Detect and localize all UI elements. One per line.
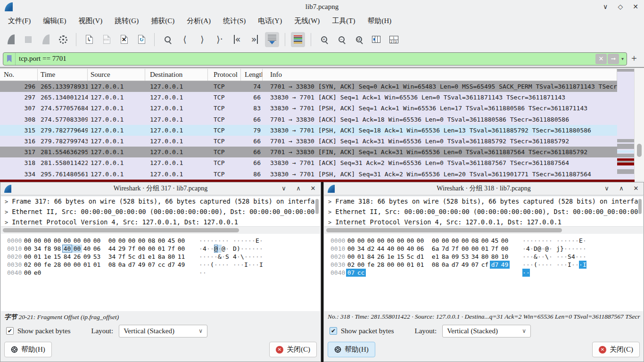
packet-list-minimap[interactable] (617, 69, 634, 180)
ascii-char[interactable]: · (206, 237, 210, 245)
hex-byte[interactable]: d2 (366, 245, 376, 253)
ascii-char[interactable]: I (568, 261, 571, 269)
ascii-char[interactable]: 4 (571, 253, 575, 261)
hex-byte[interactable]: 34 (470, 253, 480, 261)
ascii-char[interactable]: · (537, 237, 541, 245)
hex-byte[interactable]: 8a (157, 253, 166, 261)
hex-byte[interactable] (376, 269, 386, 277)
ascii-char[interactable]: · (537, 253, 541, 261)
ascii-char[interactable]: @ (545, 245, 549, 253)
ascii-char[interactable]: S (568, 253, 571, 261)
ascii-char[interactable]: · (252, 261, 256, 269)
ascii-char[interactable]: · (549, 253, 553, 261)
ascii-char[interactable]: · (199, 261, 203, 269)
ascii-char[interactable]: · (568, 237, 571, 245)
hex-byte[interactable]: 07 (346, 269, 356, 277)
hex-byte[interactable]: 29 (117, 245, 127, 253)
hex-byte[interactable]: 45 (490, 237, 500, 245)
ascii-char[interactable]: · (252, 245, 256, 253)
save-file-button[interactable]: 0101 (99, 32, 114, 47)
ascii-char[interactable]: · (256, 245, 259, 253)
menu-item[interactable]: 跳转(G) (108, 15, 145, 27)
hex-byte[interactable] (127, 269, 137, 277)
hex-byte[interactable]: 00 (440, 237, 450, 245)
hex-byte[interactable] (470, 269, 480, 277)
hex-byte[interactable]: 40 (405, 245, 415, 253)
hex-byte[interactable]: 11 (176, 253, 186, 261)
hex-byte[interactable]: 00 (23, 237, 33, 245)
ascii-char[interactable]: · (526, 253, 530, 261)
hex-byte[interactable]: 00 (356, 261, 366, 269)
hex-byte[interactable] (52, 269, 62, 277)
hex-byte[interactable]: 08 (470, 237, 480, 245)
hex-byte[interactable]: 00 (386, 237, 396, 245)
tree-row-ethernet[interactable]: >Ethernet II, Src: 00:00:00_00:00:00 (00… (1, 206, 320, 217)
hex-byte[interactable]: 00 (72, 237, 82, 245)
layout-button[interactable]: 123 (387, 32, 401, 47)
hex-byte[interactable] (147, 269, 157, 277)
last-packet-button[interactable]: » (248, 32, 262, 47)
hex-byte[interactable]: 80 (490, 253, 500, 261)
ascii-char[interactable]: · (222, 253, 225, 261)
ascii-char[interactable]: · (564, 245, 568, 253)
hex-byte[interactable]: 01 (356, 253, 366, 261)
hex-byte[interactable]: 00 (33, 261, 42, 269)
ascii-char[interactable]: · (560, 261, 564, 269)
hex-byte[interactable] (415, 269, 425, 277)
ascii-char[interactable]: · (203, 237, 206, 245)
hex-byte[interactable]: 53 (460, 253, 470, 261)
packet-row[interactable]: 334 295.761480561 127.0.0.1 127.0.0.1 TC… (0, 169, 617, 180)
tree-row-ethernet[interactable]: >Ethernet II, Src: 00:00:00_00:00:00 (00… (324, 206, 643, 217)
ascii-char[interactable]: · (218, 237, 222, 245)
ascii-char[interactable]: · (522, 261, 526, 269)
menu-item[interactable]: 视图(V) (73, 15, 109, 27)
ascii-char[interactable]: 4 (203, 245, 206, 253)
ascii-char[interactable]: · (549, 261, 553, 269)
hex-byte[interactable]: 1e (386, 253, 396, 261)
hex-byte[interactable]: e1 (147, 253, 157, 261)
ascii-char[interactable]: · (545, 237, 549, 245)
packet-row[interactable]: 316 279.782799743 127.0.0.1 127.0.0.1 TC… (0, 136, 617, 147)
colorize-toggle[interactable] (291, 32, 305, 47)
ascii-char[interactable]: · (530, 261, 534, 269)
ascii-char[interactable]: · (214, 253, 218, 261)
ascii-char[interactable]: 4 (526, 245, 530, 253)
clear-filter-button[interactable]: ✕ (595, 54, 607, 64)
ascii-char[interactable]: S (225, 253, 229, 261)
hex-byte[interactable]: 28 (52, 261, 62, 269)
ascii-char[interactable]: · (522, 269, 526, 277)
ascii-char[interactable]: · (259, 237, 263, 245)
hex-byte[interactable]: 01 (92, 261, 102, 269)
hex-byte[interactable]: 00 (137, 245, 147, 253)
hex-byte[interactable]: 98 (52, 245, 62, 253)
ascii-char[interactable]: · (214, 237, 218, 245)
go-to-packet-button[interactable]: ⟩· (213, 32, 227, 47)
ascii-char[interactable]: · (526, 269, 530, 277)
menu-item[interactable]: 文件(F) (2, 15, 37, 27)
ascii-char[interactable]: I (583, 261, 586, 269)
ascii-char[interactable]: · (248, 261, 252, 269)
close-button[interactable]: ✕ 关闭(C) (592, 342, 640, 357)
hex-byte[interactable]: 1e (42, 253, 52, 261)
expander-icon[interactable]: > (5, 198, 8, 205)
hex-byte[interactable]: 00 (346, 237, 356, 245)
hex-byte[interactable]: 00 (127, 237, 137, 245)
help-button[interactable]: 帮助(H) (4, 342, 52, 357)
ascii-char[interactable]: · (541, 237, 545, 245)
hex-byte[interactable]: 6a (430, 245, 440, 253)
hex-byte[interactable]: e1 (430, 253, 440, 261)
ascii-char[interactable]: · (225, 245, 229, 253)
hex-byte[interactable]: 00 (396, 245, 405, 253)
ascii-char[interactable]: · (575, 245, 579, 253)
ascii-char[interactable]: · (252, 237, 256, 245)
add-filter-button[interactable]: + (627, 53, 641, 65)
hex-byte[interactable]: 34 (356, 245, 366, 253)
ascii-char[interactable]: · (222, 237, 225, 245)
ascii-char[interactable]: · (556, 253, 560, 261)
menu-item[interactable]: 统计(S) (217, 15, 252, 27)
ascii-char[interactable]: · (575, 237, 579, 245)
hex-byte[interactable]: 00 (460, 245, 470, 253)
minimize-icon[interactable]: ∨ (603, 185, 611, 192)
ascii-char[interactable]: D (534, 245, 537, 253)
reload-file-button[interactable]: ↻ (134, 32, 149, 47)
